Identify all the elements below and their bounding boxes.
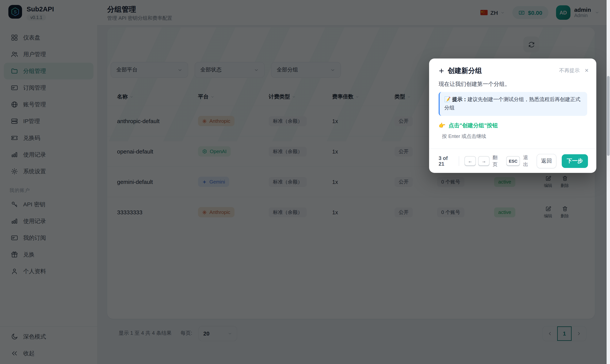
tutorial-hint: 按 Enter 或点击继续: [442, 133, 486, 140]
scrollbar-thumb[interactable]: [607, 76, 610, 156]
back-button[interactable]: 返回: [537, 154, 556, 168]
esc-key-icon: ESC: [506, 156, 520, 166]
pointing-hand-emoji-icon: 👉: [439, 122, 445, 129]
tutorial-tip-box: 📝 提示：建议先创建一个测试分组，熟悉流程后再创建正式分组: [439, 92, 587, 116]
tutorial-title: 创建新分组: [448, 66, 482, 75]
exit-key-label: 退出: [523, 154, 532, 168]
tutorial-popover: 创建新分组 不再提示 ✕ 现在让我们创建第一个分组。 📝 提示：建议先创建一个测…: [429, 59, 596, 173]
next-button[interactable]: 下一步: [561, 154, 588, 168]
plus-icon: [439, 68, 444, 74]
tip-label: 提示：: [452, 96, 467, 102]
arrow-right-key-icon: →: [478, 156, 490, 166]
tutorial-progress: 3 of 21: [439, 155, 454, 167]
tutorial-action-line: 👉 点击"创建分组"按钮: [439, 122, 498, 129]
tutorial-action-text: 点击"创建分组"按钮: [448, 122, 498, 129]
tutorial-body-text: 现在让我们创建第一个分组。: [439, 80, 510, 88]
app-root: S Sub2API v0.1.1 仪表盘 用户管理 分组管理: [0, 0, 610, 364]
scrollbar[interactable]: [607, 0, 610, 364]
memo-emoji-icon: 📝: [444, 96, 451, 102]
close-icon[interactable]: ✕: [584, 67, 589, 74]
tutorial-dim-overlay: [0, 0, 610, 364]
arrow-left-key-icon: ←: [465, 156, 476, 166]
divider: [459, 156, 459, 166]
page-keys-label: 翻页: [493, 154, 502, 168]
dismiss-tutorial-link[interactable]: 不再提示: [559, 67, 580, 74]
tutorial-footer: 3 of 21 ← → 翻页 ESC 退出 返回 下一步: [429, 149, 596, 173]
